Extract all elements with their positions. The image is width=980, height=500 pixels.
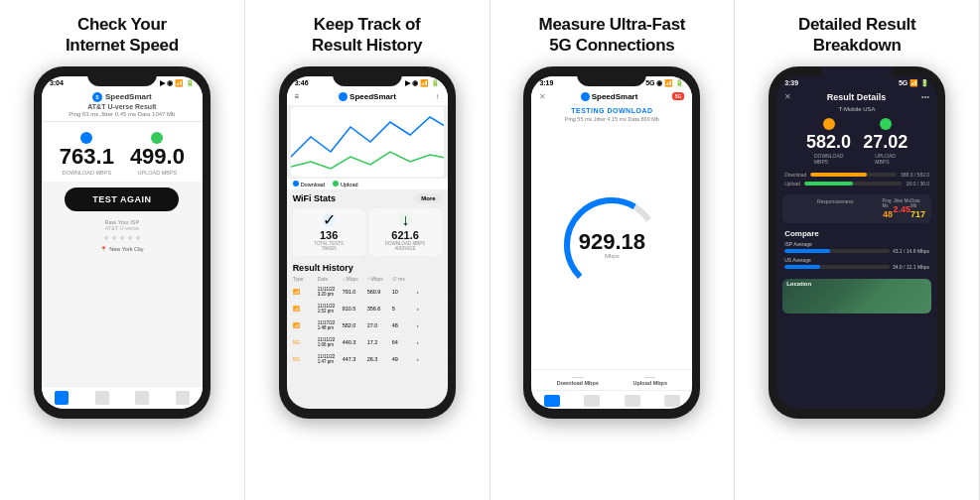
phone-1-screen: 3:04 ▶ ◉ 📶 🔋 S SpeedSmart AT&T U-verse R… (42, 76, 203, 409)
upload-icon (151, 132, 163, 144)
p4-header: ✕ Result Details ••• (776, 90, 937, 106)
table-row: 📶 11/17/221:48 pm 582.0 27.0 48 › (287, 317, 448, 334)
table-row: 📶 11/11/221:52 pm 810.5 356.6 5 › (287, 301, 448, 317)
jitter-stat: Jitter Ms 2.45 (894, 198, 911, 219)
data-stat: Data Mb 717 (910, 198, 925, 219)
speed-gauge: 929.18 Mbps (531, 122, 692, 369)
phone-4-notch (822, 66, 892, 86)
panel-3: Measure Ultra-Fast 5G Connections 3:19 5… (490, 0, 736, 500)
phone-3-notch (577, 66, 646, 86)
phone-4-frame: 3:39 5G 📶 🔋 ✕ Result Details ••• T-Mobil… (769, 66, 945, 419)
isp-dl-fill (784, 249, 829, 253)
p4-upload-speed: 27.02 UploadMbps (863, 118, 908, 165)
table-row: 5G 11/11/221:06 pm 440.3 17.2 64 › (287, 334, 448, 351)
chart-svg (291, 107, 444, 177)
close-icon-3[interactable]: ✕ (539, 92, 546, 101)
isp-result-label: AT&T U-verse Result (87, 103, 156, 110)
us-avg-row: US Average 34.0 / 12.1 Mbps (784, 257, 929, 270)
p4-main-speeds: 582.0 DownloadMbps 27.02 UploadMbps (776, 114, 937, 169)
panel-3-title: Measure Ultra-Fast 5G Connections (539, 14, 686, 57)
history-title: Result History (287, 259, 448, 275)
avg-download-card: ↓ 621.6 DOWNLOAD MBPSAVERAGE (369, 208, 442, 257)
us-dl-fill (784, 265, 820, 269)
bottom-nav-3 (531, 390, 692, 409)
dl-bar-row: Download 388.0 / 582.0 (784, 172, 929, 178)
speedsmart-logo-3: SpeedSmart (581, 92, 638, 101)
star-rating: ★ ★ ★ ★ ★ (42, 234, 203, 242)
speedsmart-logo-1: S SpeedSmart (92, 92, 152, 102)
wifi-stats-cards: ✓ 136 TOTAL TESTSTAKEN ↓ 621.6 DOWNLOAD … (287, 205, 448, 260)
phone-4-screen: 3:39 5G 📶 🔋 ✕ Result Details ••• T-Mobil… (776, 76, 937, 409)
dl-bar-track (810, 173, 897, 177)
phone-2-notch (333, 66, 402, 86)
result-details-title: Result Details (827, 92, 887, 102)
phone-1-frame: 3:04 ▶ ◉ 📶 🔋 S SpeedSmart AT&T U-verse R… (34, 66, 210, 419)
more-button[interactable]: More (415, 193, 441, 203)
upload-speed: 499.0 Upload Mbps (130, 132, 185, 176)
p3-bottom-stats: —— Download Mbps —— Upload Mbps (531, 369, 692, 390)
gauge-container: 929.18 Mbps (557, 190, 666, 300)
download-speed: 763.1 Download Mbps (60, 132, 114, 176)
panel-1-title: Check Your Internet Speed (66, 14, 179, 57)
close-icon-4[interactable]: ✕ (784, 92, 791, 101)
speed-bars: Download 388.0 / 582.0 Upload 18.0 / 36.… (776, 169, 937, 192)
isp-dl-track (784, 249, 890, 253)
speedsmart-logo-2: SpeedSmart (339, 92, 396, 101)
dl-bar-fill (810, 173, 867, 177)
p1-header: S SpeedSmart AT&T U-verse Result Ping 63… (42, 90, 203, 122)
dl-indicator (823, 118, 835, 130)
us-dl-track (784, 265, 890, 269)
download-avg-icon: ↓ (398, 213, 412, 227)
ul-bar-row: Upload 18.0 / 36.0 (784, 181, 929, 187)
more-options-icon[interactable]: ••• (921, 92, 929, 101)
phone-3-frame: 3:19 5G ◉ 📶 🔋 ✕ SpeedSmart 5G TESTING DO… (523, 66, 700, 419)
logo-circle-2 (339, 92, 348, 101)
location-section: Location (782, 279, 931, 313)
phone-1-notch (87, 66, 157, 86)
responsiveness-section: Responsiveness Ping Ms 48 Jitter Ms 2.45… (782, 194, 931, 223)
isp-avg-row: ISP Average 43.1 / 14.9 Mbps (784, 241, 929, 254)
ul-indicator (880, 118, 892, 130)
panel-1: Check Your Internet Speed 3:04 ▶ ◉ 📶 🔋 S… (0, 0, 245, 500)
chart-legend: Download Upload (287, 179, 448, 189)
download-icon (80, 132, 92, 144)
panel-2: Keep Track of Result History 3:46 ▶ ◉ 📶 … (245, 0, 490, 500)
p4-isp-name: T-Mobile USA (776, 106, 937, 112)
p4-download-speed: 582.0 DownloadMbps (806, 118, 851, 165)
logo-circle-3 (581, 92, 590, 101)
table-row: 5G 11/11/221:47 pm 447.3 26.3 49 › (287, 351, 448, 368)
speed-chart (291, 107, 444, 177)
nav-icon-active[interactable] (544, 395, 560, 407)
checkmark-icon: ✓ (322, 213, 336, 227)
phone-2-frame: 3:46 ▶ ◉ 📶 🔋 ≡ SpeedSmart ↑ (279, 66, 456, 419)
phone-3-screen: 3:19 5G ◉ 📶 🔋 ✕ SpeedSmart 5G TESTING DO… (531, 76, 692, 409)
bottom-nav-1 (42, 386, 203, 409)
nav-icon-4[interactable] (664, 395, 680, 407)
test-status: TESTING DOWNLOAD (531, 107, 692, 114)
5g-badge: 5G (672, 92, 685, 100)
nav-icon-3[interactable] (625, 395, 640, 407)
dl-stat: —— Download Mbps (557, 374, 599, 386)
speed-center: 929.18 Mbps (579, 231, 645, 259)
ul-bar-track (804, 182, 903, 186)
hamburger-icon[interactable]: ≡ (295, 92, 300, 101)
panel-2-title: Keep Track of Result History (312, 14, 422, 57)
test-again-button[interactable]: TEST AGAIN (65, 188, 179, 211)
p2-header: ≡ SpeedSmart ↑ (287, 90, 448, 105)
nav-icon-2[interactable] (584, 395, 600, 407)
share-icon[interactable]: ↑ (436, 92, 440, 101)
phone-2-screen: 3:46 ▶ ◉ 📶 🔋 ≡ SpeedSmart ↑ (287, 76, 448, 409)
nav-item-4[interactable] (176, 391, 190, 405)
nav-item-2[interactable] (95, 391, 109, 405)
ul-bar-fill (804, 182, 853, 186)
ul-stat: —— Upload Mbps (633, 374, 668, 386)
nav-item-3[interactable] (135, 391, 149, 405)
total-tests-card: ✓ 136 TOTAL TESTSTAKEN (293, 208, 365, 257)
isp-info: Rate Your ISP AT&T U-verse (42, 219, 203, 231)
table-row: 📶 11/11/223:20 pm 791.0 560.9 10 › (287, 284, 448, 301)
p1-speeds: 763.1 Download Mbps 499.0 Upload Mbps (42, 122, 203, 182)
p1-meta: Ping 63 ms Jitter 0.45 ms Data 1047 Mb (69, 111, 175, 117)
nav-item-1[interactable] (55, 391, 69, 405)
compare-section: Compare ISP Average 43.1 / 14.9 Mbps US … (776, 225, 937, 277)
responsiveness-label: Responsiveness (788, 198, 882, 217)
